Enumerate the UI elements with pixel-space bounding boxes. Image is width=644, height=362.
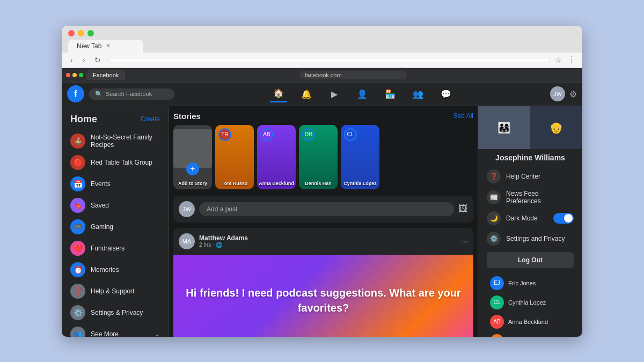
sidebar-icon-saved: 🔖 [70,198,85,213]
dropdown-news-feed-prefs[interactable]: 📰 News Feed Preferences [482,187,578,208]
dropdown-help-center[interactable]: ❓ Help Center [482,166,578,187]
sidebar-item-label: Help & Support [91,287,134,295]
dark-mode-label: Dark Mode [506,215,538,222]
sidebar-create-button[interactable]: Create [141,115,160,123]
post-box: JW Add a post 🖼 [173,196,473,223]
fb-minimize[interactable] [72,73,77,77]
stories-see-all[interactable]: See All [453,112,473,120]
fb-close[interactable] [66,73,70,77]
photo-icon[interactable]: 🖼 [458,203,468,215]
fb-inner-chrome: Facebook facebook.com [62,68,582,83]
sidebar-icon-family: 🍲 [70,134,85,149]
contact-cynthia-lopez[interactable]: CL Cynthia Lopez [487,293,574,312]
contact-avatar: CL [490,295,504,309]
fb-search-bar[interactable]: 🔍 Search Facebook [89,88,174,100]
fb-tab[interactable]: Facebook [86,70,125,80]
maximize-button[interactable] [87,30,94,36]
stories-row: + Add to Story TR Tom Russo AB Anna Beck… [173,125,473,189]
logout-button[interactable]: Log Out [487,252,574,268]
browser-window: New Tab ✕ ‹ › ↻ ☆ ⋮ Facebook facebook.co… [62,26,582,337]
sidebar-title: Home [70,114,97,125]
dark-mode-toggle[interactable] [553,213,574,224]
nav-messenger-icon[interactable]: 💬 [437,85,455,102]
fb-feed: Stories See All + Add to Story [169,106,478,337]
user-avatar-nav[interactable]: JW [550,86,565,101]
forward-button[interactable]: › [80,55,87,65]
nav-groups-icon[interactable]: 👥 [409,85,427,102]
sidebar-item-events[interactable]: 📅 Events [66,173,164,195]
fb-logo: f [67,85,84,102]
contact-name: Anna Becklund [508,319,548,325]
facebook-browser: Facebook facebook.com f 🔍 Search Faceboo… [62,68,582,337]
story-add-card[interactable]: + Add to Story [173,125,212,189]
sidebar-item-family-recipes[interactable]: 🍲 Not-So-Secret Family Recipes [66,130,164,152]
nav-video-icon[interactable]: ▶ [326,85,343,102]
sidebar-icon-red-table: 🔴 [70,155,85,170]
sidebar-icon-memories: ⏰ [70,262,85,277]
sidebar-icon-events: 📅 [70,176,85,191]
contact-aiden-brown[interactable]: AB Aiden Brown [487,331,574,337]
tabs-row: New Tab ✕ [68,40,576,53]
sidebar-item-label: Red Table Talk Group [91,159,152,166]
dropdown-settings-privacy[interactable]: ⚙️ Settings and Privacy [482,228,578,249]
sidebar-item-red-table[interactable]: 🔴 Red Table Talk Group [66,152,164,173]
nav-home-icon[interactable]: 🏠 [270,85,287,102]
sidebar-item-saved[interactable]: 🔖 Saved [66,195,164,216]
sidebar-item-memories[interactable]: ⏰ Memories [66,259,164,280]
nav-marketplace-icon[interactable]: 🏪 [382,85,399,102]
dropdown-label: Settings and Privacy [506,235,565,242]
sidebar-item-gaming[interactable]: 🎮 Gaming [66,216,164,238]
dropdown-label: Help Center [506,173,540,180]
nav-avatar-icon[interactable]: 👤 [354,85,371,102]
post-placeholder: Add a post [207,205,237,213]
post-more-button[interactable]: ··· [462,237,468,246]
sidebar-item-settings[interactable]: ⚙️ Settings & Privacy [66,302,164,323]
post-username: Matthew Adams [199,234,457,242]
menu-icon[interactable]: ⋮ [567,55,576,65]
story-tom-russo[interactable]: TR Tom Russo [215,125,254,189]
story-label: Anna Becklund [257,181,296,186]
fb-address-bar[interactable]: facebook.com [299,71,407,79]
contact-avatar: AB [490,334,504,337]
sidebar-item-help[interactable]: ❓ Help & Support [66,280,164,302]
story-add-plus: + [186,162,199,175]
sidebar-icon-fundraisers: ❤️ [70,241,85,256]
bookmark-icon[interactable]: ☆ [555,56,562,64]
fb-main: Home Create 🍲 Not-So-Secret Family Recip… [62,106,582,337]
close-button[interactable] [68,30,75,36]
fb-traffic-lights [66,73,83,77]
post-input[interactable]: Add a post [199,202,454,216]
reload-button[interactable]: ↻ [92,55,103,65]
fb-maximize[interactable] [79,73,83,77]
sidebar-icon-settings: ⚙️ [70,305,85,320]
tab-close-icon[interactable]: ✕ [106,42,111,49]
chevron-down-icon: ⌄ [155,330,160,337]
sidebar-item-see-more[interactable]: 👥 See More ⌄ [66,323,164,337]
minimize-button[interactable] [78,30,84,36]
back-button[interactable]: ‹ [68,55,75,65]
nav-bell-icon[interactable]: 🔔 [298,85,315,102]
contact-name: Cynthia Lopez [508,299,546,306]
sidebar-item-fundraisers[interactable]: ❤️ Fundraisers [66,238,164,259]
story-label: Cynthia Lopez [341,181,379,186]
url-input[interactable] [108,58,550,62]
story-dennis-han[interactable]: DH Dennis Han [299,125,338,189]
story-anna-becklund[interactable]: AB Anna Becklund [257,125,296,189]
sidebar-item-label: Saved [91,202,109,209]
dark-mode-icon: 🌙 [487,211,501,225]
contact-anna-becklund[interactable]: AB Anna Becklund [487,312,574,331]
profile-banner-images: 👨‍👩‍👧 👴 [478,106,582,149]
toggle-ball [564,214,573,223]
post-time: 2 hrs · 🌐 [199,242,457,248]
contact-avatar: EJ [490,276,504,290]
dark-mode-row: 🌙 Dark Mode [482,208,578,228]
search-icon: 🔍 [95,91,103,98]
active-tab[interactable]: New Tab ✕ [68,40,143,53]
contact-eric-jones[interactable]: EJ Eric Jones [487,274,574,293]
story-cynthia-lopez[interactable]: CL Cynthia Lopez [341,125,379,189]
sidebar-item-label: Settings & Privacy [91,309,143,316]
gear-icon[interactable]: ⚙ [569,89,577,99]
post-avatar: MA [179,233,195,249]
fb-topnav: f 🔍 Search Facebook 🏠 🔔 ▶ 👤 🏪 👥 💬 JW ⚙ [62,83,582,106]
dark-mode-left: 🌙 Dark Mode [487,211,538,225]
